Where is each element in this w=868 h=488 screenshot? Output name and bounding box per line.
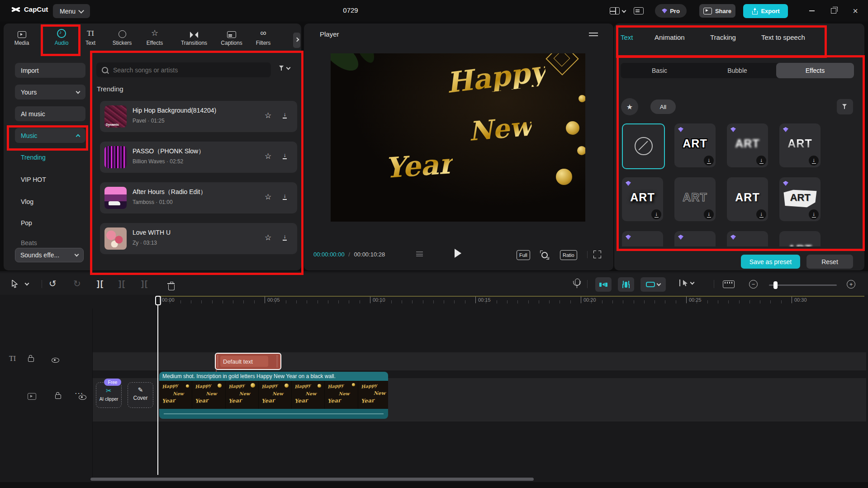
clip-right-handle[interactable] <box>277 355 279 367</box>
favorite-icon[interactable]: ☆ <box>265 111 271 120</box>
delete-right-button[interactable]: ][ <box>141 279 148 289</box>
reset-button[interactable]: Reset <box>806 255 853 269</box>
effect-tile-art[interactable] <box>727 231 768 246</box>
video-preview[interactable]: Happy New Year <box>331 53 585 222</box>
timeline-scale-icon[interactable] <box>723 280 735 288</box>
effects-filter-button[interactable] <box>837 99 853 114</box>
effect-tile-none[interactable] <box>622 123 665 169</box>
nav-pop[interactable]: Pop <box>21 219 32 227</box>
play-button[interactable] <box>455 249 461 258</box>
subtab-basic[interactable]: Basic <box>621 63 698 78</box>
download-icon[interactable]: ↓ <box>283 112 287 118</box>
delete-left-button[interactable]: ][ <box>119 279 126 289</box>
favorites-filter-button[interactable]: ★ <box>621 98 638 115</box>
nav-ai-music[interactable]: AI music <box>15 106 85 121</box>
effect-tile-art[interactable]: ART ↓ <box>674 177 716 221</box>
song-row[interactable]: Dynamic Hip Hop Background(814204) Pavel… <box>100 101 297 132</box>
link-button[interactable] <box>640 277 666 292</box>
effect-tile-art[interactable]: ART ↓ <box>727 177 768 221</box>
player-menu-icon[interactable] <box>589 33 598 36</box>
select-tool-icon[interactable] <box>12 280 18 288</box>
fullscreen-button[interactable] <box>593 251 601 258</box>
nav-beats[interactable]: Beats <box>21 239 37 246</box>
song-row[interactable]: PASSO（PHONK Slow） Billion Waves · 02:52 … <box>100 142 297 173</box>
preview-collision-button[interactable] <box>618 277 634 292</box>
favorite-icon[interactable]: ☆ <box>265 152 271 161</box>
select-tool-chevron[interactable] <box>25 281 29 286</box>
chevron-down-icon[interactable] <box>622 8 626 13</box>
zoom-out-button[interactable]: − <box>749 280 758 289</box>
search-bar[interactable] <box>96 62 271 77</box>
tab-transitions[interactable]: Transitions <box>176 27 212 46</box>
tab-text-to-speech[interactable]: Text to speech <box>761 33 805 41</box>
playhead-handle[interactable] <box>155 296 161 305</box>
zoom-slider-track[interactable] <box>769 284 837 286</box>
tab-media[interactable]: Media <box>7 27 36 46</box>
video-clip[interactable]: Medium shot. Inscription in gold letters… <box>159 372 388 419</box>
timeline-ruler[interactable]: 00:00 00:05 00:10 00:15 00:20 00:25 00:3… <box>0 296 868 308</box>
favorite-icon[interactable]: ☆ <box>265 192 271 202</box>
tab-tracking[interactable]: Tracking <box>710 33 736 41</box>
undo-button[interactable]: ↺ <box>49 278 57 289</box>
sounds-effects-dropdown[interactable]: Sounds effe... <box>15 248 84 262</box>
preview-axis-button[interactable] <box>679 280 694 286</box>
song-filter-button[interactable] <box>279 65 290 71</box>
effect-tile-art[interactable]: ART ↓ <box>622 177 663 221</box>
effect-tile-art[interactable]: ART ↓ <box>674 123 716 167</box>
effect-tile-art[interactable] <box>674 231 716 246</box>
tab-effects[interactable]: ☆ Effects <box>140 27 169 46</box>
export-button[interactable]: Export <box>743 4 788 18</box>
delete-button[interactable] <box>168 284 175 290</box>
tab-text[interactable]: TI Text <box>76 27 105 46</box>
text-track-lane[interactable] <box>93 352 866 370</box>
search-input[interactable] <box>112 66 250 74</box>
expand-panel-button[interactable] <box>293 33 300 48</box>
subtab-effects[interactable]: Effects <box>776 63 854 78</box>
ai-clipper-button[interactable]: ✂ AI clipper <box>96 382 122 408</box>
song-row[interactable]: Love WITH U Zy · 03:13 ☆ ↓ <box>100 223 297 254</box>
visibility-icon[interactable] <box>52 358 59 363</box>
subtab-bubble[interactable]: Bubble <box>698 63 776 78</box>
download-icon[interactable]: ↓ <box>283 152 287 159</box>
favorite-icon[interactable]: ☆ <box>265 233 271 242</box>
ratio-button[interactable]: Ratio <box>560 250 577 260</box>
tab-filters[interactable]: ∞ Filters <box>249 27 278 46</box>
tab-stickers[interactable]: Stickers <box>108 27 137 46</box>
layout-icon[interactable] <box>610 7 620 14</box>
panel-layout-icon[interactable] <box>634 7 644 14</box>
import-button[interactable]: Import <box>15 63 85 78</box>
clip-left-handle[interactable] <box>218 355 219 367</box>
tab-animation[interactable]: Animation <box>655 33 685 41</box>
tab-audio[interactable]: Audio <box>47 27 76 46</box>
zoom-in-button[interactable]: + <box>847 280 855 289</box>
save-as-preset-button[interactable]: Save as preset <box>741 255 800 269</box>
effect-tile-art[interactable] <box>622 231 663 246</box>
auto-snap-button[interactable] <box>595 277 612 292</box>
lock-icon[interactable] <box>55 394 61 399</box>
playhead-line[interactable] <box>157 305 158 475</box>
menu-button[interactable]: Menu <box>53 4 90 18</box>
close-button[interactable]: × <box>849 5 861 17</box>
effect-tile-art[interactable]: ART ↓ <box>779 123 821 167</box>
cover-button[interactable]: ✎ Cover <box>128 382 153 408</box>
minimize-button[interactable] <box>806 5 818 17</box>
song-row[interactable]: After Hours（Radio Edit） Tamboss · 01:00 … <box>100 182 297 213</box>
frame-view-icon[interactable] <box>416 251 423 256</box>
effect-tile-art[interactable]: ART <box>779 231 821 246</box>
horizontal-scrollbar[interactable] <box>90 478 534 481</box>
zoom-slider-handle[interactable] <box>773 281 778 289</box>
download-icon[interactable]: ↓ <box>283 193 287 200</box>
more-options-icon[interactable]: ··· <box>75 390 84 397</box>
split-button[interactable]: ][ <box>97 279 104 289</box>
record-voiceover-icon[interactable] <box>575 279 580 285</box>
nav-vip-hot[interactable]: VIP HOT <box>21 176 46 183</box>
nav-trending[interactable]: Trending <box>21 154 46 161</box>
tab-captions[interactable]: Captions <box>217 27 246 46</box>
effect-tile-art[interactable]: ART ↓ <box>779 177 821 221</box>
nav-music[interactable]: Music <box>15 128 85 143</box>
pro-button[interactable]: Pro <box>655 4 687 18</box>
download-icon[interactable]: ↓ <box>283 234 287 241</box>
share-button[interactable]: Share <box>699 4 735 18</box>
nav-yours[interactable]: Yours <box>15 85 85 99</box>
text-clip[interactable]: Default text <box>215 353 281 370</box>
